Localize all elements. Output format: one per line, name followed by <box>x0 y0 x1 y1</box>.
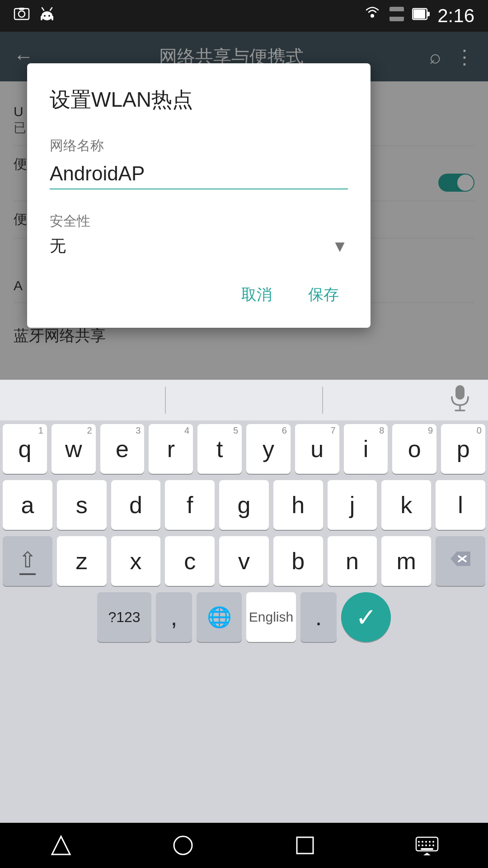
svg-rect-14 <box>413 9 425 19</box>
svg-rect-2 <box>19 8 24 10</box>
dialog-title: 设置WLAN热点 <box>50 86 348 114</box>
key-v[interactable]: v <box>219 536 269 586</box>
keyboard-top-bar <box>0 380 488 420</box>
hotspot-icon <box>363 5 381 27</box>
svg-marker-36 <box>423 853 431 855</box>
key-t[interactable]: 5 t <box>197 424 242 474</box>
key-a[interactable]: a <box>3 480 52 530</box>
mic-icon[interactable] <box>450 384 479 416</box>
save-button[interactable]: 保存 <box>299 280 348 310</box>
sim-icon <box>389 6 405 26</box>
svg-point-3 <box>42 11 52 20</box>
key-row-bottom: ?123 , 🌐 English . ✓ <box>3 592 485 642</box>
status-bar: 2:16 <box>0 0 488 32</box>
key-g[interactable]: g <box>219 480 269 530</box>
key-y[interactable]: 6 y <box>246 424 291 474</box>
nav-bar <box>0 823 488 868</box>
nav-recents-button[interactable] <box>287 827 323 863</box>
photo-icon <box>14 6 30 26</box>
nav-back-button[interactable] <box>43 827 79 863</box>
key-z[interactable]: z <box>57 536 107 586</box>
svg-point-4 <box>44 15 46 17</box>
android-icon <box>39 6 55 26</box>
svg-point-22 <box>174 836 192 854</box>
shift-icon: ⇧ <box>19 547 37 572</box>
key-o[interactable]: 9 o <box>392 424 436 474</box>
svg-point-5 <box>48 15 50 17</box>
key-r[interactable]: 4 r <box>149 424 193 474</box>
key-u[interactable]: 7 u <box>295 424 339 474</box>
symbols-key[interactable]: ?123 <box>97 592 151 642</box>
key-c[interactable]: c <box>165 536 215 586</box>
key-m[interactable]: m <box>381 536 431 586</box>
network-name-label: 网络名称 <box>50 137 348 155</box>
key-d[interactable]: d <box>111 480 161 530</box>
keyboard-divider-1 <box>165 387 166 414</box>
wlan-dialog: 设置WLAN热点 网络名称 安全性 无 ▼ 取消 保存 <box>27 63 371 328</box>
svg-rect-0 <box>14 9 29 19</box>
globe-key[interactable]: 🌐 <box>197 592 242 642</box>
status-bar-left <box>14 6 55 26</box>
nav-keyboard-button[interactable] <box>409 827 445 863</box>
security-value: 无 <box>50 235 66 257</box>
backspace-icon <box>449 550 472 572</box>
enter-key[interactable]: ✓ <box>341 592 391 642</box>
key-q[interactable]: 1 q <box>3 424 47 474</box>
period-key[interactable]: . <box>300 592 337 642</box>
key-row-3: ⇧ z x c v b n m <box>3 536 485 586</box>
svg-line-6 <box>42 8 44 10</box>
svg-rect-15 <box>427 12 430 16</box>
key-s[interactable]: s <box>57 480 107 530</box>
status-bar-right: 2:16 <box>363 5 474 27</box>
key-h[interactable]: h <box>273 480 323 530</box>
battery-icon <box>412 6 430 26</box>
key-w[interactable]: 2 w <box>52 424 96 474</box>
key-k[interactable]: k <box>381 480 431 530</box>
cancel-button[interactable]: 取消 <box>232 280 281 310</box>
nav-home-button[interactable] <box>165 827 201 863</box>
security-dropdown-row[interactable]: 无 ▼ <box>50 235 348 266</box>
key-n[interactable]: n <box>328 536 377 586</box>
keyboard-keys: 1 q 2 w 3 e 4 r 5 t 6 y <box>0 420 488 642</box>
key-row-2: a s d f g h j k l <box>3 480 485 530</box>
comma-key[interactable]: , <box>156 592 192 642</box>
backspace-key[interactable] <box>436 536 485 586</box>
key-row-1: 1 q 2 w 3 e 4 r 5 t 6 y <box>3 424 485 474</box>
chevron-down-icon: ▼ <box>332 237 348 256</box>
key-x[interactable]: x <box>111 536 161 586</box>
svg-point-1 <box>19 11 25 17</box>
svg-rect-16 <box>455 385 465 400</box>
svg-marker-21 <box>52 836 70 854</box>
dialog-actions: 取消 保存 <box>50 280 348 310</box>
space-key-label: English <box>249 610 293 624</box>
key-i[interactable]: 8 i <box>344 424 388 474</box>
key-e[interactable]: 3 e <box>100 424 145 474</box>
key-p[interactable]: 0 p <box>441 424 485 474</box>
globe-icon: 🌐 <box>207 605 232 629</box>
keyboard-mic-area <box>323 384 479 416</box>
key-j[interactable]: j <box>328 480 377 530</box>
key-b[interactable]: b <box>273 536 323 586</box>
keyboard: 1 q 2 w 3 e 4 r 5 t 6 y <box>0 380 488 832</box>
svg-point-10 <box>371 14 374 18</box>
key-f[interactable]: f <box>165 480 215 530</box>
space-key[interactable]: English <box>246 592 296 642</box>
key-l[interactable]: l <box>436 480 485 530</box>
svg-rect-8 <box>41 16 42 20</box>
svg-rect-23 <box>297 837 313 854</box>
status-time: 2:16 <box>437 5 474 27</box>
svg-rect-9 <box>52 16 53 20</box>
network-name-input[interactable] <box>50 162 348 185</box>
svg-line-7 <box>50 8 52 10</box>
shift-underline <box>19 573 36 575</box>
network-name-field-wrap[interactable] <box>50 162 348 189</box>
security-label: 安全性 <box>50 212 348 231</box>
checkmark-icon: ✓ <box>356 603 377 632</box>
shift-key[interactable]: ⇧ <box>3 536 52 586</box>
